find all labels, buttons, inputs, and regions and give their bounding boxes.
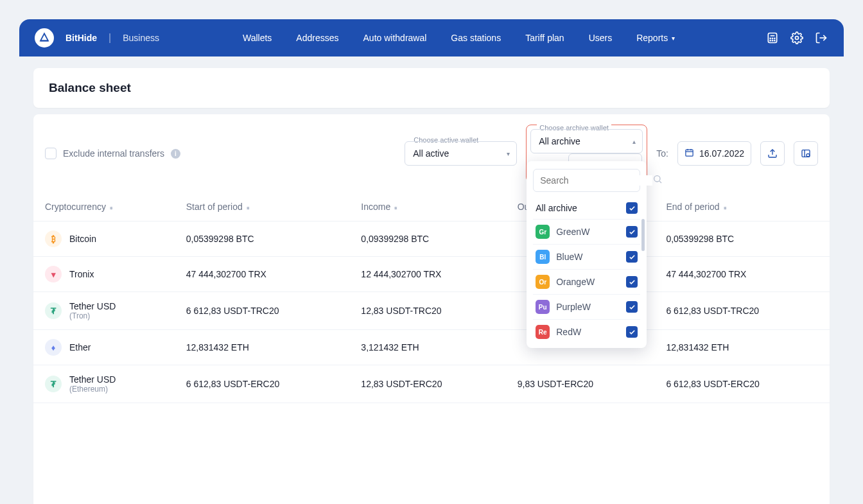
archive-dropdown: All archive Gr GreenW Bl BlueW Or Orange… <box>527 161 647 348</box>
dropdown-wallet[interactable]: Gr GreenW <box>533 220 640 245</box>
crypto-icon: ▾ <box>45 266 62 282</box>
archive-wallet-select[interactable]: Choose archive wallet All archive ▴ <box>530 129 643 153</box>
wallet-badge: Pu <box>536 300 550 314</box>
scrollbar[interactable] <box>641 219 645 251</box>
svg-line-12 <box>659 181 661 183</box>
chevron-up-icon: ▴ <box>632 138 636 145</box>
svg-point-24 <box>806 153 810 157</box>
page-title: Balance sheet <box>49 81 814 95</box>
active-wallet-select[interactable]: Choose active wallet All active ▾ <box>405 141 517 166</box>
nav-addresses[interactable]: Addresses <box>296 33 338 43</box>
svg-point-7 <box>772 40 773 41</box>
crypto-name: Tether USD <box>69 301 116 311</box>
filter-bar: Exclude internal transfers i Choose acti… <box>33 114 830 193</box>
table-row: ₮ Tether USD (Tron) 6 612,83 USDT-TRC20 … <box>33 292 830 330</box>
col-end[interactable]: End of period <box>654 193 830 222</box>
balance-table: Cryptocurrency Start of period Income Ou… <box>33 193 830 403</box>
dropdown-search[interactable] <box>533 169 640 192</box>
calculator-icon[interactable] <box>765 31 780 45</box>
to-label: To: <box>656 148 668 159</box>
svg-point-4 <box>772 38 773 39</box>
cell-income: 12 444,302700 TRX <box>349 257 505 292</box>
wallet-name: GreenW <box>556 227 589 237</box>
nav-auto-withdrawal[interactable]: Auto withdrawal <box>363 33 427 43</box>
nav-users[interactable]: Users <box>589 33 613 43</box>
checkbox-checked[interactable] <box>626 251 638 263</box>
svg-point-9 <box>796 37 799 40</box>
crypto-icon: ♦ <box>45 339 62 356</box>
svg-point-5 <box>774 38 775 39</box>
app-frame: BitHide | Business Wallets Addresses Aut… <box>19 19 844 504</box>
cell-start: 47 444,302700 TRX <box>175 257 350 292</box>
logo-icon <box>39 32 50 44</box>
wallet-badge: Re <box>536 325 550 339</box>
cell-income: 0,09399298 BTC <box>349 222 505 257</box>
col-income[interactable]: Income <box>349 193 505 222</box>
columns-button[interactable] <box>794 141 818 166</box>
dropdown-wallet[interactable]: Pu PurpleW <box>533 295 640 320</box>
cell-start: 6 612,83 USDT-TRC20 <box>175 292 350 330</box>
crypto-sub: (Tron) <box>69 311 116 320</box>
svg-point-8 <box>774 40 775 41</box>
nav-wallets[interactable]: Wallets <box>243 33 272 43</box>
cell-start: 0,05399298 BTC <box>175 222 350 257</box>
wallet-badge: Bl <box>536 250 550 264</box>
title-card: Balance sheet <box>33 68 830 108</box>
crypto-name: Bitcoin <box>69 234 96 244</box>
main-card: Exclude internal transfers i Choose acti… <box>33 114 830 504</box>
export-button[interactable] <box>760 141 785 166</box>
col-start[interactable]: Start of period <box>175 193 350 222</box>
exclude-checkbox[interactable] <box>45 148 57 159</box>
wallet-name: OrangeW <box>556 277 595 287</box>
wallet-name: PurpleW <box>556 302 591 312</box>
nav-reports[interactable]: Reports ▾ <box>636 33 675 43</box>
cell-outcome: 9,83 USDT-ERC20 <box>506 365 655 403</box>
sort-icon <box>724 206 727 210</box>
wallet-badge: Gr <box>536 225 550 239</box>
cell-income: 3,121432 ETH <box>349 330 505 365</box>
checkbox-checked[interactable] <box>626 226 638 238</box>
sort-icon <box>247 206 250 210</box>
col-crypto[interactable]: Cryptocurrency <box>33 193 175 222</box>
checkbox-checked[interactable] <box>626 202 638 214</box>
checkbox-checked[interactable] <box>626 276 638 288</box>
nav-gas-stations[interactable]: Gas stations <box>451 33 501 43</box>
wallet-name: RedW <box>556 327 581 337</box>
dropdown-wallet[interactable]: Or OrangeW <box>533 270 640 295</box>
crypto-name: Ether <box>69 342 91 352</box>
svg-point-11 <box>654 176 660 182</box>
cell-end: 47 444,302700 TRX <box>654 257 830 292</box>
settings-icon[interactable] <box>790 31 804 45</box>
table-row: ♦ Ether 12,831432 ETH 3,121432 ETH 12,83… <box>33 330 830 365</box>
crypto-icon: ₮ <box>45 302 62 319</box>
brand-sub: Business <box>123 33 159 43</box>
table-row: ₿ Bitcoin 0,05399298 BTC 0,09399298 BTC … <box>33 222 830 257</box>
dropdown-wallet[interactable]: Re RedW <box>533 320 640 344</box>
search-icon <box>652 174 663 187</box>
brand-name: BitHide <box>65 33 97 43</box>
crypto-name: Tronix <box>69 269 94 279</box>
chevron-down-icon: ▾ <box>507 150 510 157</box>
topbar: BitHide | Business Wallets Addresses Aut… <box>19 19 844 56</box>
sort-icon <box>394 206 397 210</box>
svg-rect-17 <box>686 150 693 156</box>
cell-end: 0,05399298 BTC <box>654 222 830 257</box>
main-nav: Wallets Addresses Auto withdrawal Gas st… <box>243 33 675 43</box>
checkbox-checked[interactable] <box>626 301 638 313</box>
crypto-name: Tether USD <box>69 374 116 385</box>
cell-start: 12,831432 ETH <box>175 330 350 365</box>
crypto-sub: (Ethereum) <box>69 385 116 394</box>
cell-income: 12,83 USDT-ERC20 <box>349 365 505 403</box>
cell-start: 6 612,83 USDT-ERC20 <box>175 365 350 403</box>
wallet-name: BlueW <box>556 252 582 262</box>
search-input[interactable] <box>540 175 652 186</box>
dropdown-wallet[interactable]: Bl BlueW <box>533 245 640 270</box>
svg-point-6 <box>770 40 771 41</box>
nav-tariff-plan[interactable]: Tariff plan <box>525 33 564 43</box>
dropdown-all[interactable]: All archive <box>533 197 640 220</box>
info-icon[interactable]: i <box>171 149 180 159</box>
to-date[interactable]: 16.07.2022 <box>677 141 751 166</box>
checkbox-checked[interactable] <box>626 326 638 338</box>
logout-icon[interactable] <box>814 31 828 45</box>
table-row: ₮ Tether USD (Ethereum) 6 612,83 USDT-ER… <box>33 365 830 403</box>
